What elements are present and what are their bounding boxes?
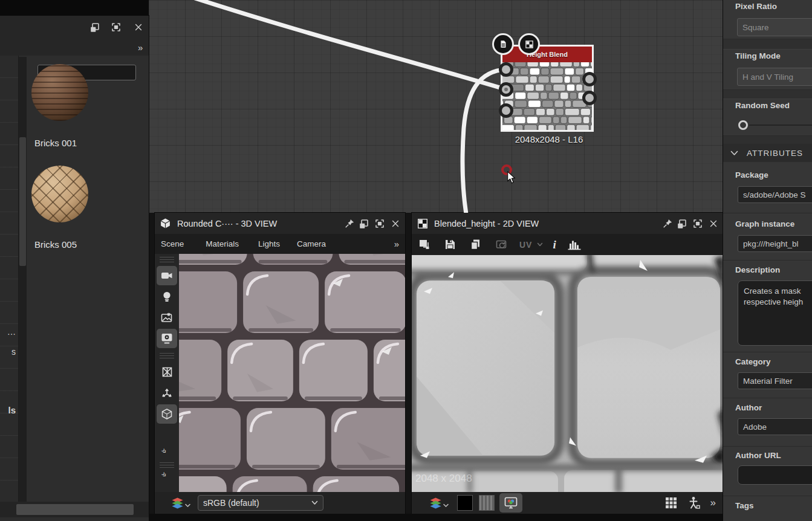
copy-image-button[interactable] xyxy=(414,235,435,254)
bottom-strip xyxy=(149,514,723,521)
toolbar-grip[interactable] xyxy=(160,462,174,468)
geometry-button[interactable] xyxy=(157,404,177,424)
display-settings-button[interactable] xyxy=(157,329,177,348)
category-value: Material Filter xyxy=(743,377,793,386)
maximize-icon xyxy=(692,218,703,229)
package-field[interactable]: s/adobe/Adobe S xyxy=(738,186,812,203)
search-expand-button[interactable]: » xyxy=(138,42,143,53)
library-hscrollbar-thumb[interactable] xyxy=(16,504,134,515)
view3d-panel: Rounded C···· - 3D VIEW xyxy=(155,213,405,514)
display-channels-button[interactable] xyxy=(499,493,522,513)
section-divider xyxy=(723,39,812,50)
close-window-button[interactable] xyxy=(131,20,146,34)
graph-instance-field[interactable]: pkg:///height_bl xyxy=(738,235,812,252)
reload-image-button-disabled[interactable] xyxy=(492,235,512,254)
view2d-canvas[interactable]: 2048 x 2048 xyxy=(412,255,723,492)
copy-to-clipboard-button[interactable] xyxy=(465,235,486,254)
toolbar-grip[interactable] xyxy=(160,257,174,262)
graph-instance-value: pkg:///height_bl xyxy=(743,239,799,248)
save-image-button[interactable] xyxy=(440,235,460,254)
library-search-band: » xyxy=(0,39,149,56)
view3d-toolbar: » » xyxy=(155,254,180,492)
input-port[interactable] xyxy=(499,62,513,77)
menu-materials[interactable]: Materials xyxy=(206,239,239,248)
attributes-title: ATTRIBUTES xyxy=(747,149,803,158)
wire[interactable] xyxy=(182,0,506,89)
author-field[interactable]: Adobe xyxy=(738,418,812,435)
grid-button[interactable] xyxy=(664,496,678,510)
toolbar-grip[interactable] xyxy=(160,353,174,358)
maximize-window-button[interactable] xyxy=(372,216,387,231)
output-port[interactable] xyxy=(582,72,597,86)
maximize-window-button[interactable] xyxy=(690,216,705,231)
background-stripes-swatch[interactable] xyxy=(479,495,495,511)
toolbar-overflow-button[interactable]: » xyxy=(160,469,174,484)
camera-view-button[interactable] xyxy=(157,266,177,285)
menu-camera[interactable]: Camera xyxy=(297,239,326,248)
menu-scene[interactable]: Scene xyxy=(161,239,184,248)
library-scrollbar-thumb[interactable] xyxy=(19,137,26,266)
wireframe-button[interactable] xyxy=(157,362,177,381)
uv-mode-label-disabled[interactable]: UV xyxy=(519,240,532,250)
category-field[interactable]: Material Filter xyxy=(738,372,812,389)
input-port[interactable] xyxy=(499,103,513,118)
chevron-down-icon[interactable] xyxy=(443,503,449,508)
mannequin-button[interactable] xyxy=(687,496,701,510)
description-textarea[interactable]: Creates a mask respective heigh xyxy=(738,280,812,346)
output-port[interactable] xyxy=(582,91,597,105)
author-url-field[interactable] xyxy=(738,465,812,485)
float-window-button[interactable] xyxy=(88,20,102,34)
height-blend-node[interactable]: Height Blend xyxy=(501,45,594,132)
colorspace-layers-icon[interactable] xyxy=(429,497,443,510)
pixel-ratio-select[interactable]: Square xyxy=(737,18,812,36)
menu-lights[interactable]: Lights xyxy=(258,239,280,248)
tiling-mode-select[interactable]: H and V Tiling xyxy=(737,68,812,86)
input-port-connected[interactable] xyxy=(499,82,513,97)
close-window-button[interactable] xyxy=(388,216,403,231)
pixel-ratio-value: Square xyxy=(742,23,769,32)
float-window-button[interactable] xyxy=(675,216,689,231)
view3d-header: Rounded C···· - 3D VIEW xyxy=(155,213,405,234)
bottombar-overflow-button[interactable]: » xyxy=(710,497,716,509)
attributes-section-header[interactable]: ATTRIBUTES xyxy=(723,144,812,162)
author-url-label: Author URL xyxy=(735,451,781,460)
node-output-badge[interactable] xyxy=(518,33,540,55)
float-icon xyxy=(677,218,687,229)
colorspace-layers-icon[interactable] xyxy=(171,497,184,510)
chevron-down-icon xyxy=(730,150,738,156)
library-scrollbar-track[interactable] xyxy=(19,57,27,515)
close-window-button[interactable] xyxy=(706,216,721,231)
image-sun-icon xyxy=(161,312,173,323)
checker-icon xyxy=(525,40,534,49)
chevron-down-icon[interactable] xyxy=(185,503,190,508)
pin-button[interactable] xyxy=(660,216,675,231)
maximize-icon xyxy=(374,218,385,229)
section-divider xyxy=(723,213,812,213)
render-3d-image[interactable] xyxy=(179,254,405,492)
section-divider xyxy=(723,446,812,447)
axes-icon xyxy=(161,387,173,399)
background-black-swatch[interactable] xyxy=(457,495,473,511)
author-label: Author xyxy=(735,403,762,412)
random-seed-slider-track[interactable] xyxy=(749,125,812,126)
colorspace-select[interactable]: sRGB (default) xyxy=(198,495,323,511)
axis-gizmo-button[interactable] xyxy=(157,383,177,403)
light-button[interactable] xyxy=(157,287,177,306)
information-button[interactable]: i xyxy=(553,238,556,251)
toolbar-overflow-button[interactable]: » xyxy=(160,445,174,460)
float-window-button[interactable] xyxy=(357,216,371,231)
node-doc-badge[interactable] xyxy=(492,33,514,55)
environment-button[interactable] xyxy=(157,308,177,327)
material-label[interactable]: Bricks 005 xyxy=(34,239,77,250)
maximize-window-button[interactable] xyxy=(109,20,123,34)
material-thumbnail-bricks-001[interactable] xyxy=(31,64,88,121)
material-thumbnail-bricks-005[interactable] xyxy=(31,166,88,222)
chevron-down-icon[interactable] xyxy=(537,242,543,247)
menu-overflow-button[interactable]: » xyxy=(394,239,399,249)
library-category-column[interactable] xyxy=(0,56,19,517)
random-seed-slider-handle[interactable] xyxy=(738,120,748,130)
clipped-category-label: ls xyxy=(0,405,16,415)
material-label[interactable]: Bricks 001 xyxy=(34,138,77,148)
pin-button[interactable] xyxy=(342,216,357,231)
histogram-button[interactable] xyxy=(567,239,582,250)
